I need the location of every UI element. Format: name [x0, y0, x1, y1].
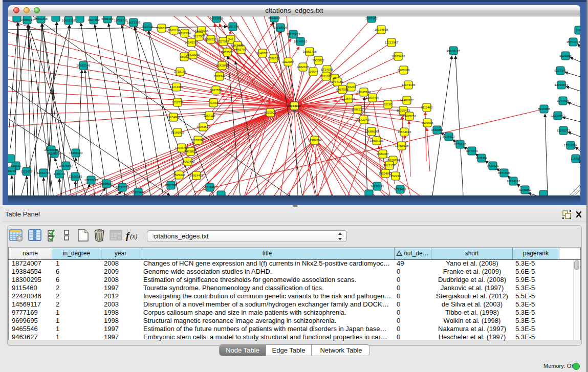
svg-text:8427552: 8427552	[210, 89, 222, 92]
svg-text:1145194: 1145194	[54, 172, 66, 176]
svg-text:10807487: 10807487	[366, 96, 380, 99]
svg-text:20053346: 20053346	[77, 64, 91, 67]
svg-text:10653257: 10653257	[62, 19, 76, 22]
svg-text:9857791: 9857791	[165, 184, 177, 187]
svg-text:8938923: 8938923	[443, 135, 455, 138]
svg-text:10154808: 10154808	[375, 28, 388, 31]
svg-text:535051: 535051	[11, 164, 21, 167]
svg-text:17046798: 17046798	[175, 146, 189, 149]
svg-text:12093872: 12093872	[555, 83, 569, 86]
svg-text:12923448: 12923448	[132, 191, 145, 194]
svg-text:7663822: 7663822	[156, 27, 168, 30]
svg-text:14353594: 14353594	[197, 125, 210, 128]
svg-text:18640910: 18640910	[294, 40, 308, 43]
svg-text:53226058: 53226058	[195, 29, 209, 32]
svg-text:44: 44	[333, 77, 337, 80]
svg-text:12213369: 12213369	[170, 85, 184, 89]
svg-text:1615152: 1615152	[383, 164, 396, 167]
svg-text:16648784: 16648784	[447, 49, 461, 52]
svg-text:6487568: 6487568	[336, 88, 349, 91]
svg-text:1621022: 1621022	[320, 75, 332, 78]
svg-text:9327508: 9327508	[217, 40, 229, 43]
svg-text:9242848: 9242848	[216, 64, 228, 67]
svg-text:845749: 845749	[236, 48, 247, 51]
svg-text:12505135: 12505135	[69, 175, 82, 178]
svg-text:98901: 98901	[180, 55, 189, 58]
svg-text:7625402: 7625402	[173, 173, 185, 177]
svg-text:20206558: 20206558	[48, 152, 61, 155]
svg-text:9777169: 9777169	[331, 80, 343, 83]
svg-text:17359924: 17359924	[69, 151, 83, 155]
svg-text:8186328: 8186328	[205, 38, 217, 41]
svg-text:2867608: 2867608	[231, 44, 244, 47]
svg-text:19166825: 19166825	[171, 131, 185, 134]
svg-text:9115460: 9115460	[421, 106, 433, 109]
svg-text:9684067: 9684067	[377, 152, 389, 156]
svg-text:9146821: 9146821	[256, 52, 269, 55]
svg-text:16961758: 16961758	[303, 50, 317, 53]
svg-text:16671385: 16671385	[127, 21, 141, 24]
svg-text:3267110: 3267110	[204, 114, 216, 117]
svg-text:14055717: 14055717	[20, 18, 34, 21]
svg-text:7485063: 7485063	[398, 69, 410, 72]
svg-text:199044: 199044	[308, 70, 319, 73]
svg-text:10756928: 10756928	[395, 144, 409, 147]
svg-text:1610755: 1610755	[171, 101, 184, 104]
svg-text:2718176: 2718176	[174, 70, 186, 73]
svg-text:7357274: 7357274	[227, 25, 239, 28]
svg-text:18724007: 18724007	[288, 104, 301, 107]
svg-text:1322057: 1322057	[282, 60, 294, 63]
svg-text:5734078: 5734078	[321, 68, 333, 71]
svg-text:12213967: 12213967	[385, 41, 399, 44]
svg-text:19654933: 19654933	[167, 116, 181, 119]
svg-text:19384554: 19384554	[308, 139, 322, 142]
svg-text:39159: 39159	[8, 169, 16, 172]
svg-text:1588520: 1588520	[268, 57, 280, 60]
svg-text:13325419: 13325419	[287, 33, 300, 36]
svg-text:7632621: 7632621	[487, 164, 499, 167]
svg-text:16210643: 16210643	[551, 114, 565, 117]
svg-text:1530023: 1530023	[264, 111, 276, 114]
svg-text:16543392: 16543392	[185, 41, 199, 44]
svg-text:15692971: 15692971	[557, 129, 571, 132]
svg-text:10719185: 10719185	[114, 19, 128, 22]
svg-text:9474444: 9474444	[466, 149, 478, 152]
svg-text:8678332: 8678332	[192, 139, 204, 142]
svg-text:2935114: 2935114	[476, 157, 488, 160]
svg-text:18807209: 18807209	[370, 139, 384, 142]
svg-text:2087682: 2087682	[365, 17, 378, 20]
svg-text:3493822: 3493822	[184, 150, 197, 153]
svg-text:15751074: 15751074	[567, 40, 580, 43]
svg-text:1117: 1117	[576, 29, 580, 32]
svg-text:16120746: 16120746	[386, 159, 400, 162]
svg-text:f: f	[126, 230, 130, 241]
svg-text:8813054: 8813054	[268, 16, 280, 19]
svg-text:17957255: 17957255	[84, 179, 98, 182]
svg-text:1640954: 1640954	[431, 128, 443, 132]
svg-text:14463627: 14463627	[400, 99, 414, 102]
svg-text:12973165: 12973165	[402, 83, 416, 86]
svg-text:16099489: 16099489	[181, 160, 195, 163]
svg-text:252234: 252234	[390, 174, 401, 178]
svg-text:20975867: 20975867	[59, 164, 73, 167]
svg-text:10033809: 10033809	[210, 17, 224, 20]
svg-text:1527602: 1527602	[88, 18, 100, 21]
svg-text:20911406: 20911406	[34, 17, 48, 20]
svg-text:1962615: 1962615	[297, 65, 309, 69]
svg-text:(x): (x)	[130, 232, 137, 240]
svg-text:7515526: 7515526	[141, 25, 154, 28]
svg-text:10973493: 10973493	[391, 55, 405, 58]
svg-text:16914479: 16914479	[190, 174, 204, 177]
svg-text:9227343: 9227343	[554, 69, 567, 72]
svg-text:10654112: 10654112	[507, 180, 520, 183]
svg-text:10688609: 10688609	[365, 130, 379, 133]
svg-text:6379197: 6379197	[454, 143, 466, 146]
svg-text:3127502: 3127502	[193, 35, 205, 38]
svg-text:18495756: 18495756	[403, 115, 417, 118]
svg-text:2986322: 2986322	[352, 108, 364, 111]
svg-text:7955812: 7955812	[312, 59, 324, 62]
svg-text:12942737: 12942737	[37, 171, 51, 174]
svg-text:9329966: 9329966	[559, 54, 572, 57]
svg-text:62160: 62160	[384, 103, 393, 106]
svg-text:8912954: 8912954	[179, 32, 191, 35]
